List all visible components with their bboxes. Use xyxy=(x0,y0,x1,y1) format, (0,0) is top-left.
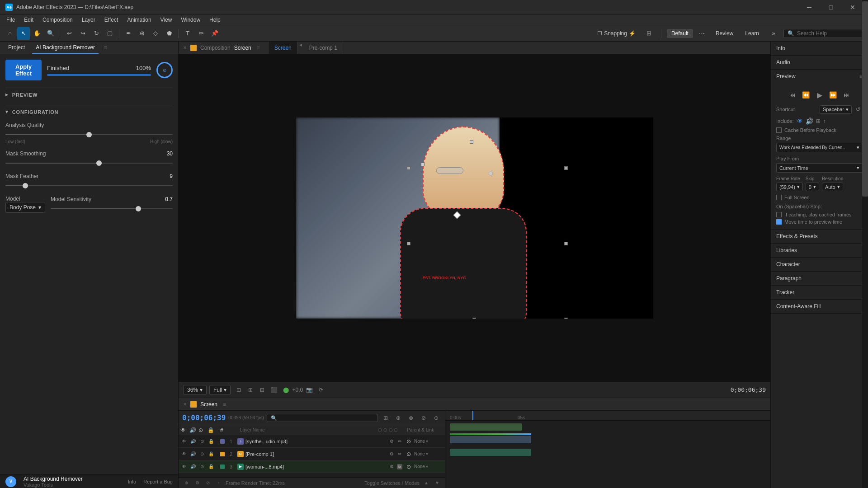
layer-2-lock[interactable]: 🔒 xyxy=(208,450,215,458)
section-content-aware-header[interactable]: Content-Aware Fill xyxy=(771,300,868,313)
workspace-menu[interactable]: ⋯ xyxy=(696,27,708,40)
tl-settings-button[interactable]: ⚙ xyxy=(193,479,201,487)
tl-collapse-button[interactable]: ↑ xyxy=(215,479,223,487)
layer-1-name[interactable]: [synthe...udio.mp3] xyxy=(245,439,386,444)
select-tool[interactable]: ↖ xyxy=(17,27,30,40)
include-audio-icon[interactable]: 🔊 xyxy=(806,117,813,125)
workspace-default[interactable]: Default xyxy=(667,29,693,38)
shortcut-dropdown[interactable]: Spacebar xyxy=(820,105,852,114)
menu-file[interactable]: File xyxy=(2,14,19,25)
motion-blur-button[interactable]: +0,0 xyxy=(292,385,303,395)
timeline-search-input[interactable] xyxy=(267,414,378,422)
selection-handle-mr[interactable] xyxy=(564,242,568,245)
layer-1-solo[interactable]: ⊙ xyxy=(198,438,206,445)
preview-last-frame[interactable]: ⏭ xyxy=(841,89,852,100)
layer-2-audio[interactable]: 🔊 xyxy=(189,450,197,458)
menu-edit[interactable]: Edit xyxy=(19,14,38,25)
include-export-icon[interactable]: ↑ xyxy=(823,118,826,124)
section-preview-header[interactable]: Preview ≡ xyxy=(771,70,868,83)
expand-icon[interactable]: » xyxy=(767,27,780,40)
move-time-checkbox[interactable] xyxy=(776,219,782,225)
section-tracker-header[interactable]: Tracker xyxy=(771,286,868,299)
pen-tool[interactable]: ✒ xyxy=(122,27,135,40)
color-mode-button[interactable]: ⬤ xyxy=(280,385,291,395)
clone-tool[interactable]: ⊕ xyxy=(136,27,148,40)
mask-smoothing-slider[interactable] xyxy=(5,160,173,167)
fit-screen-button[interactable]: ⊡ xyxy=(233,385,244,395)
layer-2-parent-chevron[interactable] xyxy=(426,451,428,456)
view-grid-button[interactable]: ⊟ xyxy=(257,385,268,395)
brush-tool[interactable]: ✏ xyxy=(195,27,208,40)
track-2-bar[interactable] xyxy=(450,436,531,443)
pin-tool[interactable]: 📌 xyxy=(208,27,221,40)
preview-next-frame[interactable]: ⏩ xyxy=(828,89,839,100)
tl-tool-1[interactable]: ⊞ xyxy=(381,413,391,423)
model-sensitivity-slider[interactable] xyxy=(51,205,173,212)
layer-2-solo[interactable]: ⊙ xyxy=(198,450,206,458)
minimize-button[interactable]: ─ xyxy=(799,0,819,14)
play-from-dropdown[interactable]: Current Time xyxy=(776,163,863,173)
refresh-button[interactable]: ↺ xyxy=(854,105,863,114)
include-overflow-icon[interactable]: ⊞ xyxy=(816,118,821,124)
layer-1-switch-1[interactable]: ⚙ xyxy=(388,438,395,445)
view-expand-tool[interactable]: ⊞ xyxy=(643,27,656,40)
skip-dropdown[interactable]: 0 xyxy=(806,183,819,191)
fill-tool[interactable]: ⬟ xyxy=(163,27,175,40)
selection-handle-tr[interactable] xyxy=(564,166,568,170)
layer-3-audio[interactable]: 🔊 xyxy=(189,463,197,470)
resolution-dropdown[interactable]: Auto xyxy=(822,183,843,191)
layer-3-fx-badge[interactable]: fx xyxy=(396,463,403,470)
section-effects-presets-header[interactable]: Effects & Presets xyxy=(771,230,868,243)
analysis-quality-slider[interactable] xyxy=(5,131,173,138)
snapping-button[interactable]: ☐ Snapping ⚡ xyxy=(594,28,639,38)
menu-composition[interactable]: Composition xyxy=(38,14,77,25)
view-3d-button[interactable]: ⬛ xyxy=(269,385,279,395)
mask-feather-slider[interactable] xyxy=(5,182,173,189)
layer-1-switch-2[interactable]: ✏ xyxy=(396,438,403,445)
preview-prev-frame[interactable]: ⏪ xyxy=(801,89,811,100)
zoom-tool[interactable]: 🔍 xyxy=(44,27,57,40)
section-paragraph-header[interactable]: Paragraph xyxy=(771,272,868,285)
home-tool[interactable]: ⌂ xyxy=(4,27,16,40)
eraser-tool[interactable]: ◇ xyxy=(149,27,162,40)
preview-first-frame[interactable]: ⏮ xyxy=(787,89,798,100)
layer-1-mode-icon[interactable]: ⊙ xyxy=(405,438,412,445)
preview-play-button[interactable]: ▶ xyxy=(814,89,825,100)
if-caching-checkbox[interactable] xyxy=(776,212,782,217)
tl-tool-4[interactable]: ⊘ xyxy=(419,413,429,423)
section-character-header[interactable]: Character xyxy=(771,258,868,271)
tl-tool-5[interactable]: ⊙ xyxy=(431,413,441,423)
comp-tab-prev[interactable] xyxy=(297,42,304,54)
mask-point-1[interactable] xyxy=(421,163,425,166)
info-link[interactable]: Info xyxy=(128,479,136,484)
track-1-bar[interactable] xyxy=(450,423,522,431)
menu-window[interactable]: Window xyxy=(176,14,205,25)
mask-point-3[interactable] xyxy=(489,172,492,175)
workspace-review[interactable]: Review xyxy=(711,29,738,38)
tab-project[interactable]: Project xyxy=(5,42,28,54)
rotate-tool[interactable]: ↻ xyxy=(90,27,103,40)
section-libraries-header[interactable]: Libraries xyxy=(771,244,868,257)
tab-ai-background-remover[interactable]: AI Background Remover xyxy=(32,42,99,54)
mask-point-2[interactable] xyxy=(470,140,473,144)
selection-handle-ml[interactable] xyxy=(407,242,410,245)
quality-selector[interactable]: Full xyxy=(209,385,231,395)
text-tool[interactable]: T xyxy=(181,27,194,40)
layer-3-name[interactable]: [woman-...8.mp4] xyxy=(245,464,386,469)
model-select[interactable]: Body Pose xyxy=(5,202,45,213)
comp-close-button[interactable] xyxy=(183,45,187,50)
close-button[interactable]: ✕ xyxy=(843,0,863,14)
tl-down-button[interactable]: ▼ xyxy=(433,479,441,487)
search-input[interactable] xyxy=(797,30,860,37)
mask-tool[interactable]: ▢ xyxy=(104,27,116,40)
redo-tool[interactable]: ↪ xyxy=(76,27,89,40)
menu-effect[interactable]: Effect xyxy=(100,14,123,25)
cache-before-playback-checkbox[interactable] xyxy=(776,127,782,133)
config-section-toggle[interactable]: ▾ CONFIGURATION xyxy=(5,105,173,118)
layer-3-switch-1[interactable]: ⚙ xyxy=(388,463,395,470)
hand-tool[interactable]: ✋ xyxy=(31,27,43,40)
range-dropdown[interactable]: Work Area Extended By Current... xyxy=(776,143,863,152)
selection-handle-tl[interactable] xyxy=(407,166,410,170)
render-button[interactable]: ⟳ xyxy=(316,385,326,395)
menu-layer[interactable]: Layer xyxy=(77,14,100,25)
